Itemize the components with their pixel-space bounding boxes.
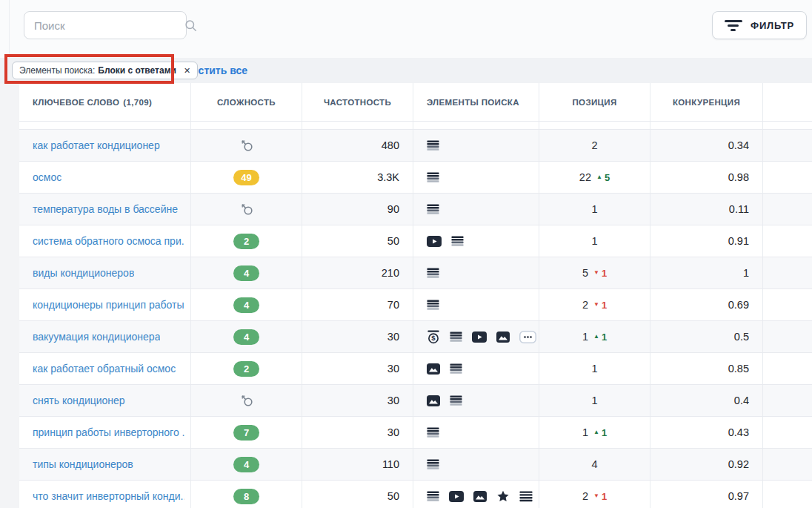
table-row: виды кондиционеров 4 210 5▼1 1	[19, 257, 812, 288]
answer-block-icon	[450, 331, 462, 343]
keyword-link[interactable]: типы кондиционеров	[33, 458, 133, 470]
difficulty-cell: 4	[191, 449, 302, 480]
serp-features-cell	[413, 481, 539, 508]
filter-chip[interactable]: Элементы поиска: Блоки с ответами ✕	[12, 62, 198, 79]
table-area: КЛЮЧЕВОЕ СЛОВО (1,709) СЛОЖНОСТЬ ЧАСТОТН…	[0, 83, 812, 508]
frequency-cell: 30	[302, 321, 413, 352]
position-cell: 1▲1	[539, 321, 650, 352]
table-row: снять кондиционер 30 1 0.4	[19, 384, 812, 416]
table-row: что значит инверторный конди... 8 50 2▼1…	[19, 480, 812, 508]
difficulty-badge: 4	[233, 265, 259, 281]
answer-block-icon	[450, 395, 462, 406]
arrow-up-icon: ▲	[593, 429, 599, 435]
keyword-link[interactable]: вакуумация кондиционера	[33, 331, 160, 343]
table-header-row: КЛЮЧЕВОЕ СЛОВО (1,709) СЛОЖНОСТЬ ЧАСТОТН…	[19, 83, 812, 121]
image-icon	[496, 331, 510, 343]
filter-icon	[725, 20, 742, 31]
image-icon	[427, 395, 440, 406]
answer-block-icon	[427, 491, 439, 502]
frequency-cell: 110	[302, 449, 413, 480]
position-change-up: ▲1	[593, 427, 607, 438]
search-box	[24, 11, 187, 39]
column-header-extra	[763, 83, 812, 121]
column-header-keyword[interactable]: КЛЮЧЕВОЕ СЛОВО (1,709)	[19, 83, 191, 121]
position-change-down: ▼1	[593, 491, 607, 502]
low-difficulty-search-icon	[240, 394, 253, 407]
header-spacer	[19, 121, 812, 129]
difficulty-badge: 4	[233, 329, 259, 345]
competition-cell: 0.92	[650, 449, 763, 480]
difficulty-badge: 4	[233, 457, 259, 472]
column-header-serp-features[interactable]: ЭЛЕМЕНТЫ ПОИСКА	[413, 83, 539, 121]
keyword-link[interactable]: осмос	[33, 171, 61, 183]
position-change-up: ▲1	[593, 331, 607, 343]
column-header-position[interactable]: ПОЗИЦИЯ	[539, 83, 650, 121]
table-row: температура воды в бассейне 90 1 0.11	[19, 193, 812, 225]
position-cell: 1	[539, 225, 650, 257]
competition-cell: 0.5	[650, 321, 763, 352]
difficulty-cell: 49	[191, 162, 302, 193]
shopping-icon: $	[427, 330, 440, 344]
extra-cell	[763, 289, 812, 320]
frequency-cell: 70	[302, 289, 413, 320]
competition-cell: 0.4	[650, 385, 763, 416]
search-input[interactable]	[24, 19, 184, 32]
extra-cell	[763, 417, 812, 448]
position-cell: 2	[539, 130, 650, 161]
position-cell: 1	[539, 194, 650, 225]
position-cell: 2▼1	[539, 289, 650, 320]
keyword-link[interactable]: принцип работы инверторного ...	[33, 426, 184, 438]
serp-features-cell	[413, 225, 539, 257]
competition-cell: 1	[650, 257, 763, 288]
filter-chip-prefix: Элементы поиска:	[19, 65, 95, 76]
answer-block-icon	[427, 268, 439, 279]
difficulty-cell: 4	[191, 321, 302, 352]
search-icon	[184, 19, 197, 32]
arrow-up-icon: ▲	[596, 174, 602, 180]
answer-block-icon	[427, 459, 439, 470]
keyword-link[interactable]: как работает кондиционер	[33, 139, 160, 151]
serp-features-cell	[413, 130, 539, 161]
keyword-link[interactable]: система обратного осмоса при...	[33, 235, 184, 247]
column-header-frequency[interactable]: ЧАСТОТНОСТЬ	[302, 83, 413, 121]
keyword-link[interactable]: кондиционеры принцип работы	[33, 299, 184, 311]
extra-cell	[763, 449, 812, 480]
column-header-difficulty[interactable]: СЛОЖНОСТЬ	[191, 83, 302, 121]
keyword-link[interactable]: что значит инверторный конди...	[33, 490, 184, 502]
more-icon[interactable]	[519, 331, 536, 343]
table-row: принцип работы инверторного ... 7 30 1▲1…	[19, 416, 812, 448]
competition-cell: 0.69	[650, 289, 763, 320]
keyword-link[interactable]: снять кондиционер	[33, 395, 125, 406]
serp-features-cell: $	[413, 321, 539, 352]
extra-cell	[763, 385, 812, 416]
difficulty-cell: 8	[191, 481, 302, 508]
keyword-link[interactable]: температура воды в бассейне	[33, 203, 178, 215]
frequency-cell: 480	[302, 130, 413, 161]
arrow-up-icon: ▲	[593, 334, 599, 340]
position-cell: 2▼1	[539, 481, 650, 508]
column-header-competition[interactable]: КОНКУРЕНЦИЯ	[650, 83, 763, 121]
keyword-link[interactable]: виды кондиционеров	[33, 267, 134, 279]
extra-cell	[763, 481, 812, 508]
table-row: система обратного осмоса при... 2 50 1 0…	[19, 225, 812, 257]
position-cell: 4	[539, 449, 650, 480]
difficulty-cell	[191, 130, 302, 161]
serp-features-cell	[413, 162, 539, 193]
serp-features-cell	[413, 385, 539, 416]
image-icon	[427, 363, 440, 375]
competition-cell: 0.34	[650, 130, 763, 161]
position-change-down: ▼1	[593, 300, 607, 311]
table-row: вакуумация кондиционера 4 30 $ 1▲1 0.5	[19, 320, 812, 352]
extra-cell	[763, 130, 812, 161]
table-row: типы кондиционеров 4 110 4 0.92	[19, 448, 812, 480]
svg-text:$: $	[431, 334, 436, 342]
competition-cell: 0.11	[650, 194, 763, 225]
video-icon	[449, 491, 464, 502]
position-cell: 1▲1	[539, 417, 650, 448]
filter-chip-value: Блоки с ответами	[98, 65, 176, 76]
difficulty-cell: 2	[191, 225, 302, 257]
keyword-link[interactable]: как работает обратный осмос	[33, 363, 176, 375]
filter-button[interactable]: ФИЛЬТР	[712, 11, 807, 39]
competition-cell: 0.43	[650, 417, 763, 448]
chip-close-icon[interactable]: ✕	[184, 66, 190, 76]
